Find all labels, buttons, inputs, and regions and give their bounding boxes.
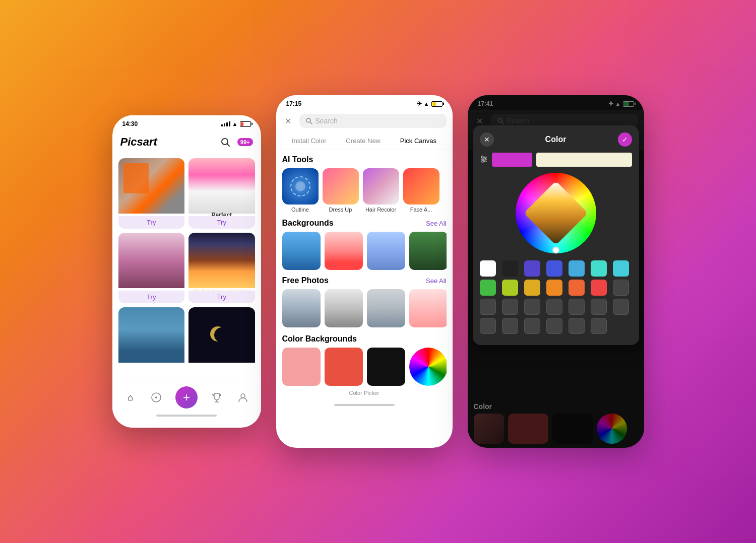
- bg-clouds-img: [367, 232, 405, 270]
- try-button-4[interactable]: Try: [188, 291, 255, 303]
- ai-tools-row-2: Outline Dress Up Hair Recolor: [282, 168, 447, 213]
- photo-fig-img: [367, 289, 405, 327]
- try-button-1[interactable]: Try: [118, 216, 185, 229]
- color-swatch-red[interactable]: [325, 348, 363, 386]
- ai-tool-thumb-dressup: [323, 168, 359, 205]
- swatch-cyan[interactable]: [613, 260, 629, 277]
- try-button-2[interactable]: Try: [188, 216, 255, 229]
- bg-ocean[interactable]: [282, 232, 321, 270]
- picsart-logo: Picsart: [120, 135, 157, 149]
- swatch-amber[interactable]: [546, 280, 562, 296]
- svg-point-15: [484, 158, 486, 160]
- backgrounds-row-2: [282, 232, 447, 270]
- swatch-empty-11[interactable]: [524, 318, 540, 334]
- ai-tool-thumb-outline: [282, 168, 319, 205]
- free-photos-see-all-2[interactable]: See All: [426, 277, 446, 285]
- ai-tool-dressup[interactable]: Dress Up: [323, 168, 359, 213]
- ai-tool-outline[interactable]: Outline: [282, 168, 319, 213]
- notification-badge[interactable]: 99+: [237, 138, 253, 146]
- swatch-red[interactable]: [591, 280, 607, 296]
- search-icon: [220, 137, 230, 147]
- color-swatch-pink[interactable]: [282, 348, 321, 386]
- bg-clouds[interactable]: [367, 232, 405, 270]
- nav-explore[interactable]: [149, 390, 163, 404]
- swatch-empty-3[interactable]: [502, 299, 518, 315]
- color-picker-button-2[interactable]: [409, 348, 447, 386]
- svg-line-8: [310, 122, 312, 124]
- photo-fog[interactable]: [282, 289, 321, 327]
- tab-create-new-2[interactable]: Create New: [342, 135, 385, 147]
- tab-pick-canvas-2[interactable]: Pick Canvas: [396, 135, 440, 147]
- card-2[interactable]: Perfect Try: [188, 158, 255, 229]
- modal-close-button[interactable]: ✕: [480, 132, 494, 147]
- swatch-orange[interactable]: [569, 280, 585, 296]
- photo-hearts[interactable]: [409, 289, 447, 327]
- search-bar-2[interactable]: Search: [299, 114, 447, 128]
- card-image-6: [188, 307, 255, 363]
- swatch-indigo[interactable]: [524, 260, 540, 277]
- compass-icon: [151, 392, 162, 403]
- swatch-green[interactable]: [480, 280, 496, 296]
- modal-confirm-button[interactable]: ✓: [618, 132, 632, 147]
- swatch-empty-9[interactable]: [480, 318, 496, 334]
- swatch-teal[interactable]: [591, 260, 607, 277]
- bg-shell[interactable]: [325, 232, 363, 270]
- face-label: Face A...: [410, 207, 432, 213]
- filter-icon[interactable]: [480, 155, 488, 165]
- swatch-empty-4[interactable]: [524, 299, 540, 315]
- swatch-black[interactable]: [502, 260, 518, 277]
- swatch-lime[interactable]: [502, 280, 518, 296]
- tab-install-color-2[interactable]: Install Color: [288, 135, 331, 147]
- svg-line-1: [227, 144, 229, 146]
- swatch-empty-1[interactable]: [613, 280, 629, 296]
- nav-home[interactable]: ⌂: [123, 390, 137, 404]
- search-icon-2: [305, 117, 312, 124]
- swatch-white[interactable]: [480, 260, 496, 277]
- primary-color-swatch[interactable]: [492, 153, 532, 167]
- nav-add-button[interactable]: +: [175, 386, 198, 409]
- swatch-empty-14[interactable]: [591, 318, 607, 334]
- swatch-empty-2[interactable]: [480, 299, 496, 315]
- swatch-empty-13[interactable]: [569, 318, 585, 334]
- close-button-2[interactable]: ✕: [282, 115, 294, 127]
- swatch-blue[interactable]: [546, 260, 562, 277]
- card-1[interactable]: Try: [118, 158, 185, 229]
- nav-trophy[interactable]: [210, 390, 224, 404]
- status-bar-2: 17:15 ✈ ▲: [276, 95, 453, 110]
- swatch-sky[interactable]: [569, 260, 585, 277]
- sliders-icon: [480, 155, 488, 163]
- swatch-empty-12[interactable]: [546, 318, 562, 334]
- bg-shell-img: [325, 232, 363, 270]
- search-button[interactable]: [217, 134, 233, 150]
- swatch-empty-7[interactable]: [591, 299, 607, 315]
- dressup-image: [323, 168, 359, 205]
- wifi-icon-2: ▲: [424, 101, 429, 107]
- photo-figure[interactable]: [367, 289, 405, 327]
- card-image-2: Perfect: [188, 158, 255, 214]
- svg-point-3: [155, 396, 157, 398]
- color-wheel[interactable]: [516, 173, 596, 253]
- nav-profile[interactable]: [236, 390, 250, 404]
- backgrounds-title-2: Backgrounds: [282, 219, 334, 228]
- swatch-empty-8[interactable]: [613, 299, 629, 315]
- color-swatch-black[interactable]: [367, 348, 405, 386]
- ai-tool-face[interactable]: Face A...: [403, 168, 439, 213]
- backgrounds-see-all-2[interactable]: See All: [426, 220, 446, 227]
- bar3: [226, 122, 228, 126]
- try-button-3[interactable]: Try: [118, 291, 185, 303]
- ai-tool-haircolor[interactable]: Hair Recolor: [363, 168, 399, 213]
- ai-tools-section-2: AI Tools Outline: [276, 150, 453, 216]
- app-header: Picsart 99+: [112, 130, 261, 154]
- color-swatches-grid: [480, 260, 632, 334]
- bg-jungle[interactable]: [409, 232, 447, 270]
- card-4[interactable]: i live for sunsets and sunrises. ↻ Try: [188, 233, 255, 303]
- card-3[interactable]: ↻ Try: [118, 233, 185, 303]
- card-image-4: i live for sunsets and sunrises. ↻: [188, 233, 255, 288]
- swatch-empty-10[interactable]: [502, 318, 518, 334]
- swatch-empty-6[interactable]: [569, 299, 585, 315]
- photo-silhouette[interactable]: [325, 289, 363, 327]
- modal-title: Color: [545, 135, 566, 144]
- secondary-color-swatch[interactable]: [536, 153, 632, 167]
- swatch-gold[interactable]: [524, 280, 540, 296]
- swatch-empty-5[interactable]: [546, 299, 562, 315]
